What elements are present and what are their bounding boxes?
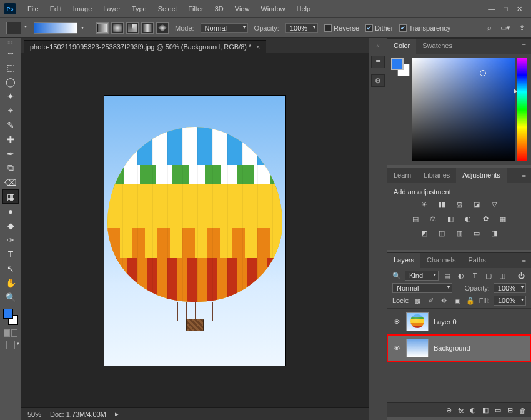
menu-3d[interactable]: 3D [210,2,229,15]
menu-layer[interactable]: Layer [98,2,126,15]
layer-fx-icon[interactable]: fx [458,407,464,414]
layer-thumbnail[interactable] [406,339,429,358]
tool-9[interactable]: ⌫ [2,175,19,189]
adj-lut-icon[interactable]: ▦ [497,215,509,223]
adj-brightness-icon[interactable]: ☀ [419,201,430,209]
lock-trans-icon[interactable]: ▩ [412,297,422,305]
tool-11[interactable]: ● [2,204,19,218]
color-field[interactable] [412,58,515,161]
menu-view[interactable]: View [230,2,255,15]
menu-type[interactable]: Type [127,2,152,15]
link-layers-icon[interactable]: ⊕ [446,406,452,414]
adj-vibrance-icon[interactable]: ▽ [489,201,500,209]
tab-color[interactable]: Color [387,39,416,54]
gradient-type-linear[interactable] [96,22,109,34]
workspace-icon[interactable]: ▭▾ [500,24,510,32]
canvas[interactable] [104,96,285,366]
panel-menu-icon[interactable]: ≡ [517,168,531,183]
status-chevron-icon[interactable]: ▸ [115,410,119,418]
lock-paint-icon[interactable]: ✐ [426,297,435,305]
foreground-background-swatches[interactable] [2,308,19,326]
menu-filter[interactable]: Filter [183,2,208,15]
properties-panel-icon[interactable]: ⚙ [371,74,385,87]
delete-layer-icon[interactable]: 🗑 [519,407,526,414]
layer-opacity-select[interactable]: 100% [494,283,526,293]
adj-hue-icon[interactable]: ▤ [410,215,421,223]
lock-all-icon[interactable]: 🔒 [465,297,475,305]
window-minimize[interactable]: — [488,5,495,13]
layer-mask-icon[interactable]: ◐ [470,406,476,414]
tab-adjustments[interactable]: Adjustments [456,168,507,183]
quickmask-toggle[interactable] [2,329,19,337]
adj-curves-icon[interactable]: ▨ [454,201,465,209]
menu-image[interactable]: Image [68,2,97,15]
menu-window[interactable]: Window [256,2,290,15]
menu-file[interactable]: File [22,2,44,15]
tab-learn[interactable]: Learn [387,168,417,183]
layer-row[interactable]: 👁 Background [387,335,531,361]
tool-12[interactable]: ◆ [2,218,19,232]
tool-15[interactable]: ↖ [2,261,19,276]
tool-1[interactable]: ⬚ [2,60,19,74]
gradient-type-angle[interactable] [126,22,139,34]
filter-toggle-icon[interactable]: ⏻ [516,272,526,279]
layer-blend-select[interactable]: Normal [392,283,452,293]
menu-edit[interactable]: Edit [45,2,67,15]
menu-select[interactable]: Select [153,2,182,15]
gradient-preview[interactable] [34,22,77,34]
tool-14[interactable]: T [2,247,19,261]
dither-checkbox[interactable] [365,24,373,32]
panel-menu-icon[interactable]: ≡ [517,39,531,54]
filter-smart-icon[interactable]: ◫ [497,272,507,280]
gradient-type-diamond[interactable] [156,22,169,34]
adj-posterize-icon[interactable]: ◫ [436,229,447,238]
lock-artboard-icon[interactable]: ▣ [452,297,462,305]
layer-name[interactable]: Layer 0 [434,318,457,326]
adj-selective-icon[interactable]: ◨ [489,229,500,238]
tool-16[interactable]: ✋ [2,276,19,290]
menu-help[interactable]: Help [292,2,316,15]
window-maximize[interactable]: □ [504,5,508,13]
dock-collapse-handle[interactable] [376,42,380,49]
adj-balance-icon[interactable]: ⚖ [427,215,439,223]
fill-select[interactable]: 100% [494,296,526,306]
lock-pos-icon[interactable]: ✥ [439,297,449,305]
adj-levels-icon[interactable]: ▮▮ [436,201,447,209]
layer-filter-icon[interactable] [392,272,401,280]
gradient-picker-chevron[interactable]: ▾ [81,25,84,31]
layer-thumbnail[interactable] [406,312,429,331]
tool-4[interactable]: ⌖ [2,103,19,118]
adj-bw-icon[interactable]: ◧ [445,215,456,223]
tool-17[interactable]: 🔍 [2,290,19,304]
tab-channels[interactable]: Channels [420,253,462,268]
tool-13[interactable]: ✑ [2,232,19,247]
document-tab[interactable]: photo-1502119095323-253837f293f9.jpg @ 5… [24,40,266,53]
zoom-level[interactable]: 50% [27,411,41,418]
new-layer-icon[interactable]: ⊞ [507,406,513,414]
tab-swatches[interactable]: Swatches [416,39,459,54]
close-icon[interactable]: × [256,44,260,51]
filter-pixel-icon[interactable]: ▤ [442,272,452,280]
tab-libraries[interactable]: Libraries [417,168,456,183]
new-adjustment-icon[interactable]: ◧ [482,406,489,414]
tool-5[interactable]: ✎ [2,118,19,132]
screen-mode-toggle[interactable] [6,341,15,349]
history-panel-icon[interactable]: ≣ [371,56,385,68]
gradient-type-reflected[interactable] [141,22,154,34]
visibility-toggle-icon[interactable]: 👁 [392,344,401,352]
adj-gradmap-icon[interactable]: ▭ [471,229,482,238]
tool-7[interactable]: ✒ [2,146,19,161]
new-group-icon[interactable]: ▭ [495,406,501,414]
doc-info[interactable]: Doc: 1.73M/4.03M [50,411,106,418]
tab-layers[interactable]: Layers [387,253,420,268]
opacity-select[interactable]: 100% [285,23,318,33]
filter-type-icon[interactable]: T [470,272,480,279]
window-close[interactable]: ✕ [517,5,522,13]
adj-invert-icon[interactable]: ◩ [419,229,430,238]
tool-10[interactable]: ▦ [2,189,19,204]
adj-mixer-icon[interactable]: ✿ [480,215,491,223]
layer-filter-select[interactable]: Kind [405,271,439,281]
tool-0[interactable]: ↔ [2,46,19,60]
hue-slider[interactable] [517,58,527,161]
layer-name[interactable]: Background [434,344,470,352]
